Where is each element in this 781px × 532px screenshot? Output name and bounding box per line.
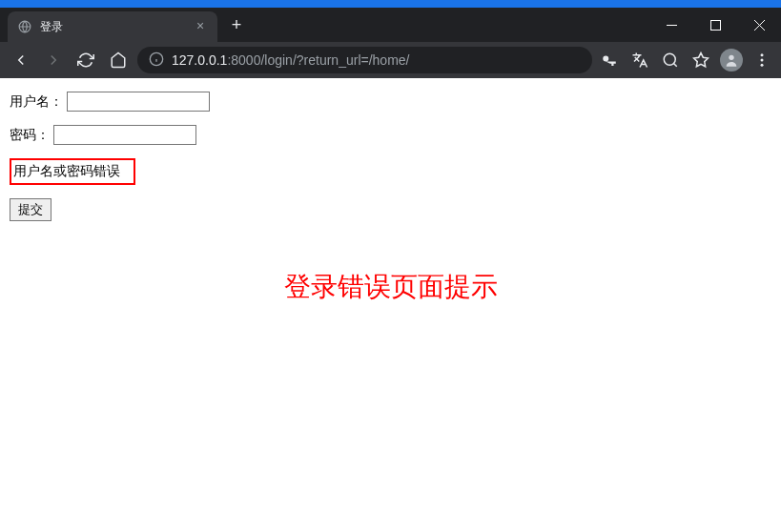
browser-tab[interactable]: 登录 ×	[8, 11, 217, 42]
svg-marker-7	[694, 53, 709, 67]
info-icon	[149, 51, 164, 70]
close-window-button[interactable]	[737, 8, 781, 42]
username-label: 用户名：	[10, 93, 63, 111]
tab-title: 登录	[40, 19, 185, 35]
address-bar[interactable]: 127.0.0.1:8000/login/?return_url=/home/	[137, 47, 592, 73]
submit-row: 提交	[10, 198, 771, 221]
url-host: 127.0.0.1	[172, 52, 227, 68]
page-content: 用户名： 密码： 用户名或密码错误 提交 登录错误页面提示	[0, 78, 781, 318]
globe-icon	[17, 19, 32, 34]
profile-avatar[interactable]	[720, 49, 743, 72]
error-message-text: 用户名或密码错误	[13, 163, 120, 178]
svg-point-11	[761, 64, 764, 67]
annotation-text: 登录错误页面提示	[10, 269, 771, 305]
bookmark-icon[interactable]	[689, 49, 712, 72]
svg-point-5	[664, 53, 675, 65]
submit-button[interactable]: 提交	[10, 198, 51, 221]
reload-button[interactable]	[72, 47, 99, 73]
password-label: 密码：	[10, 127, 50, 144]
browser-toolbar: 127.0.0.1:8000/login/?return_url=/home/	[0, 42, 781, 78]
tab-strip: 登录 × +	[0, 8, 781, 42]
url-text: 127.0.0.1:8000/login/?return_url=/home/	[172, 52, 409, 68]
svg-line-6	[673, 63, 676, 66]
key-icon[interactable]	[598, 49, 621, 72]
url-path: /login/?return_url=/home/	[260, 52, 409, 68]
back-button[interactable]	[8, 47, 34, 73]
window-controls	[649, 8, 781, 42]
maximize-button[interactable]	[693, 8, 737, 42]
window-accent-bar	[0, 0, 781, 8]
svg-point-8	[729, 55, 733, 60]
close-icon[interactable]: ×	[193, 19, 208, 34]
minimize-button[interactable]	[649, 8, 693, 42]
svg-point-9	[761, 53, 764, 56]
home-button[interactable]	[105, 47, 132, 73]
toolbar-right	[598, 49, 773, 72]
svg-rect-1	[710, 20, 720, 30]
zoom-icon[interactable]	[659, 49, 682, 72]
forward-button[interactable]	[40, 47, 67, 73]
new-tab-button[interactable]: +	[223, 15, 250, 35]
svg-point-10	[761, 59, 764, 62]
error-message-box: 用户名或密码错误	[10, 158, 135, 185]
translate-icon[interactable]	[628, 49, 651, 72]
username-input[interactable]	[67, 92, 210, 112]
password-row: 密码：	[10, 125, 771, 145]
password-input[interactable]	[53, 125, 196, 145]
username-row: 用户名：	[10, 92, 771, 112]
menu-icon[interactable]	[750, 49, 773, 72]
url-port: :8000	[227, 52, 260, 68]
